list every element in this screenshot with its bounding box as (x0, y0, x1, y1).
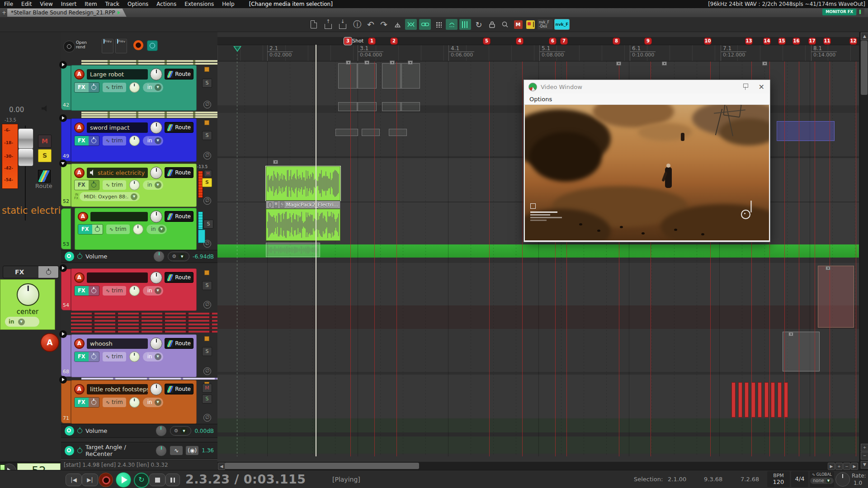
lock-icon[interactable] (486, 19, 498, 30)
media-item-magicpack[interactable] (266, 209, 340, 241)
loop-icon[interactable]: ↻ (473, 19, 485, 30)
route-button[interactable]: Route (165, 384, 193, 394)
video-window-titlebar[interactable]: Video Window ✕ (524, 80, 770, 94)
undo-icon[interactable]: ↶ (365, 19, 377, 30)
grid-lines-icon[interactable] (459, 19, 471, 30)
marker-badge-5[interactable]: 5 (483, 38, 491, 45)
mute-toolbar-icon[interactable]: M (512, 19, 524, 30)
track-tab[interactable]: 71 (61, 380, 71, 423)
pan-knob[interactable] (129, 82, 140, 93)
zoom-in-icon[interactable]: + (835, 463, 843, 470)
trim-button[interactable]: ∿trim (103, 352, 126, 361)
red-take-bar[interactable] (758, 382, 762, 418)
stop-button[interactable] (149, 474, 165, 486)
envelope-power-icon[interactable] (77, 428, 82, 433)
solo-button[interactable]: S (202, 131, 212, 140)
fx-button[interactable]: FX (74, 82, 99, 93)
menu-view[interactable]: View (36, 0, 57, 8)
pause-button[interactable] (165, 474, 180, 486)
open-render-label[interactable]: Openrend (76, 40, 87, 49)
mute-button[interactable]: M (204, 170, 212, 177)
playrate-knob[interactable] (835, 472, 850, 487)
record-indicator-icon[interactable] (133, 40, 143, 50)
marker-badge-11[interactable]: 11 (823, 38, 831, 45)
ghost-item[interactable] (400, 63, 420, 89)
menu-item[interactable]: Item (80, 0, 101, 8)
ghost-item[interactable] (338, 63, 358, 89)
record-button[interactable] (99, 473, 113, 487)
go-to-start-button[interactable]: |◀ (66, 474, 82, 486)
marker-badge-8[interactable]: 8 (613, 38, 620, 45)
input-pill[interactable]: in▼ (143, 83, 163, 92)
input-selector[interactable]: in▼ (5, 317, 39, 327)
marker-badge-6[interactable]: 6 (549, 38, 557, 45)
open-project-icon[interactable]: ↑ (322, 19, 334, 30)
crossfade-icon[interactable] (405, 19, 417, 30)
trim-button[interactable]: ∿trim (106, 225, 130, 234)
ghost-item[interactable] (338, 102, 358, 111)
project-tab[interactable]: *Stellar Blade Sound Redesign_21.RPP (7, 9, 127, 17)
marker-badge-7[interactable]: 7 (560, 38, 568, 45)
item-group-icon[interactable] (364, 61, 369, 65)
time-signature-box[interactable]: 4/4 (791, 471, 808, 487)
volume-knob[interactable] (150, 338, 162, 350)
width-fader[interactable] (18, 148, 33, 166)
bpm-box[interactable]: BPM120 (767, 471, 790, 487)
item-group-icon[interactable] (346, 61, 351, 65)
trim-button[interactable]: ∿trim (103, 286, 126, 296)
input-pill[interactable]: in▼ (146, 225, 167, 234)
go-to-end-button[interactable]: ▶| (82, 474, 98, 486)
track-expand-button[interactable] (59, 376, 67, 384)
red-take-bar[interactable] (738, 382, 742, 418)
horizontal-scrollbar[interactable]: ◀ ▶ + − ▶ (217, 462, 859, 470)
ghost-item[interactable] (357, 63, 377, 89)
marker-badge-13[interactable]: 13 (745, 38, 753, 45)
close-icon[interactable]: ✕ (759, 83, 764, 91)
ghost-item[interactable] (400, 102, 420, 111)
grid-dots-icon[interactable] (433, 19, 444, 30)
nvk-folders-active-button[interactable]: nvk_F (554, 19, 570, 30)
prev-render-button-1[interactable]: Prev (102, 39, 113, 53)
volume-knob[interactable] (150, 68, 162, 80)
global-automation-box[interactable]: ∿ GLOBAL none▼ (810, 471, 834, 487)
item-mute-icon[interactable]: M (274, 202, 278, 208)
item-group-icon[interactable] (762, 61, 767, 66)
track-tab[interactable]: 68 (61, 335, 71, 377)
envelope-arch-icon[interactable] (446, 19, 458, 30)
scrollbar-thumb[interactable] (861, 41, 868, 95)
render-settings-button[interactable] (63, 41, 75, 52)
play-position-readout[interactable]: 2.3.23 / 0:03.115 (185, 472, 306, 486)
phase-button[interactable]: ∅ (203, 301, 211, 309)
notes-toolbar-icon[interactable] (524, 19, 536, 30)
media-item-gray[interactable] (783, 332, 820, 371)
envelope-knob[interactable] (156, 425, 167, 436)
input-pill[interactable]: in▼ (143, 398, 163, 407)
marker-badge-17[interactable]: 17 (808, 38, 816, 45)
save-project-icon[interactable]: ↓ (337, 19, 349, 30)
volume-knob[interactable] (150, 122, 162, 134)
red-take-bar[interactable] (771, 382, 775, 418)
track-tab[interactable]: 52 (61, 164, 71, 206)
media-item-red-gray[interactable] (818, 266, 854, 328)
zoom-out-icon[interactable]: − (861, 452, 868, 460)
marker-badge-3[interactable]: 3 (344, 38, 352, 45)
video-options-menu[interactable]: Options (524, 94, 770, 105)
scroll-down-icon[interactable]: ▼ (861, 461, 868, 469)
mixer-fx-button[interactable]: FX (3, 266, 59, 278)
track-expand-button[interactable] (59, 264, 67, 272)
pan-knob[interactable] (17, 283, 39, 306)
input-pill[interactable]: in▼ (143, 286, 163, 296)
volume-knob[interactable] (150, 211, 162, 223)
pan-knob[interactable] (129, 352, 140, 362)
track-name[interactable]: Large robot (87, 69, 148, 80)
ghost-item[interactable] (335, 129, 358, 136)
zoom-out-icon[interactable]: − (843, 463, 850, 470)
envelope-settings[interactable]: ⚙▼ (170, 426, 192, 436)
search-icon[interactable] (499, 19, 511, 30)
scrollbar-thumb[interactable] (225, 463, 419, 469)
link-icon[interactable] (419, 19, 431, 30)
midi-input-pill[interactable]: MIDI: Oxygen 88:.▼ (80, 192, 140, 201)
sine-shape-button[interactable]: ∿ (170, 446, 183, 455)
recenter-button[interactable]: (◉) (186, 446, 198, 455)
track-collapse-button[interactable] (59, 160, 67, 167)
